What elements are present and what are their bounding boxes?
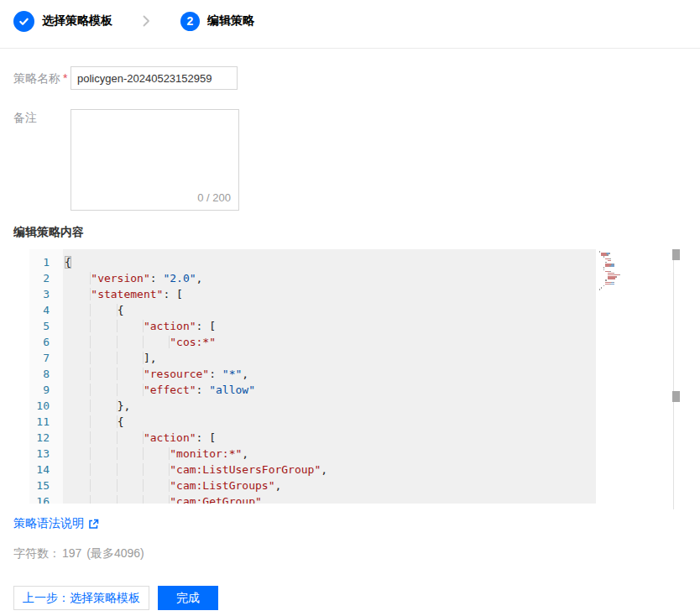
step1-done-icon (13, 11, 34, 32)
finish-button[interactable]: 完成 (158, 586, 218, 610)
char-count-label: 字符数： (13, 546, 60, 560)
policy-name-input[interactable] (71, 66, 238, 90)
prev-step-button[interactable]: 上一步：选择策略模板 (13, 586, 149, 610)
external-link-icon (88, 519, 99, 530)
char-count-max: (最多4096) (86, 546, 144, 560)
editor-line-number-gutter: 12345678910111213141516171819202122 (29, 249, 63, 504)
header-divider (0, 48, 700, 49)
char-count-value: 197 (62, 546, 81, 560)
page-scrollbar-thumb[interactable] (672, 391, 680, 402)
chevron-right-icon (140, 14, 152, 28)
remark-label: 备注 (13, 111, 37, 126)
step-separator (140, 14, 152, 28)
remark-field: 0 / 200 (71, 109, 239, 211)
required-asterisk: * (63, 71, 67, 85)
step2-label: 编辑策略 (207, 13, 254, 29)
char-count-row: 字符数：197 (最多4096) (13, 546, 146, 561)
policy-name-label: 策略名称* (13, 71, 67, 86)
policy-code-editor[interactable]: { "version": "2.0", "statement": [ { "ac… (63, 249, 596, 504)
policy-syntax-link-text: 策略语法说明 (13, 516, 84, 531)
policy-name-label-text: 策略名称 (13, 71, 60, 85)
create-policy-page: 选择策略模板 2 编辑策略 策略名称* 备注 0 / 200 编辑策略内容 12… (0, 0, 700, 616)
remark-textarea[interactable] (71, 110, 238, 210)
editor-section-title: 编辑策略内容 (13, 225, 84, 240)
remark-label-text: 备注 (13, 111, 37, 124)
step1-label: 选择策略模板 (42, 13, 112, 29)
policy-syntax-link[interactable]: 策略语法说明 (13, 516, 99, 531)
step2-number: 2 (187, 14, 194, 28)
step2-number-badge: 2 (180, 12, 200, 31)
step-wizard: 选择策略模板 2 编辑策略 (13, 9, 254, 33)
editor-minimap[interactable] (598, 251, 667, 501)
editor-scrollbar-thumb[interactable] (672, 249, 680, 260)
footer-buttons: 上一步：选择策略模板 完成 (13, 586, 218, 610)
scrollbar-track (673, 249, 674, 509)
check-icon (18, 16, 29, 27)
